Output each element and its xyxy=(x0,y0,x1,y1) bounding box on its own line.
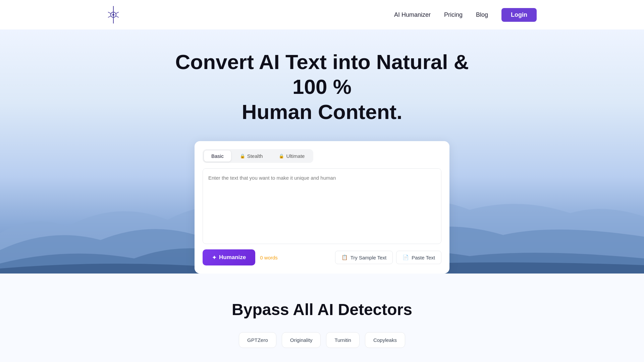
nav-item-ai-humanizer[interactable]: AI Humanizer xyxy=(394,11,431,18)
nav-item-blog[interactable]: Blog xyxy=(476,11,488,18)
nav-item-pricing[interactable]: Pricing xyxy=(444,11,463,18)
detector-card-3: Copyleaks xyxy=(365,332,405,348)
mode-tabs: Basic 🔒 Stealth 🔒 Ultimate xyxy=(203,149,313,163)
logo[interactable] xyxy=(107,6,119,23)
footer-left: ✦ Humanize 0 words xyxy=(203,249,278,265)
textarea-wrap xyxy=(203,168,441,244)
login-button[interactable]: Login xyxy=(501,8,537,22)
tab-basic[interactable]: Basic xyxy=(204,150,231,162)
hero-section: Convert AI Text into Natural & 100 % Hum… xyxy=(0,29,644,274)
tab-stealth[interactable]: 🔒 Stealth xyxy=(232,150,270,162)
svg-line-5 xyxy=(116,16,119,17)
lock-icon-stealth: 🔒 xyxy=(240,154,245,159)
humanize-textarea[interactable] xyxy=(203,169,441,242)
detector-card-0: GPTZero xyxy=(239,332,276,348)
humanize-button[interactable]: ✦ Humanize xyxy=(203,249,255,265)
navbar: AI Humanizer Pricing Blog Login xyxy=(0,0,644,29)
widget-footer: ✦ Humanize 0 words 📋 Try Sample Text 📄 P… xyxy=(203,249,441,265)
tab-ultimate-label: Ultimate xyxy=(286,153,305,159)
paste-text-button[interactable]: 📄 Paste Text xyxy=(396,251,441,264)
hero-title: Convert AI Text into Natural & 100 % Hum… xyxy=(171,50,473,124)
paste-icon: 📄 xyxy=(402,254,409,260)
detector-card-2: Turnitin xyxy=(326,332,359,348)
try-sample-button[interactable]: 📋 Try Sample Text xyxy=(335,251,393,264)
try-sample-label: Try Sample Text xyxy=(351,255,387,260)
tab-basic-label: Basic xyxy=(211,153,224,159)
bypass-title: Bypass All AI Detectors xyxy=(232,300,412,319)
sparkle-icon: ✦ xyxy=(212,254,216,261)
humanize-label: Humanize xyxy=(219,254,246,261)
word-count-display: 0 words xyxy=(260,255,278,260)
footer-right: 📋 Try Sample Text 📄 Paste Text xyxy=(335,251,441,264)
bypass-section: Bypass All AI Detectors GPTZero Original… xyxy=(0,274,644,362)
paste-text-label: Paste Text xyxy=(412,255,435,260)
detector-card-1: Originality xyxy=(282,332,321,348)
humanizer-widget: Basic 🔒 Stealth 🔒 Ultimate ✦ Humanize 0 xyxy=(195,141,449,274)
svg-line-2 xyxy=(108,12,111,13)
nav-links: AI Humanizer Pricing Blog Login xyxy=(394,8,537,22)
detector-cards: GPTZero Originality Turnitin Copyleaks xyxy=(239,332,405,348)
svg-line-4 xyxy=(116,12,119,13)
tab-ultimate[interactable]: 🔒 Ultimate xyxy=(271,150,312,162)
sample-icon: 📋 xyxy=(341,254,348,260)
svg-point-6 xyxy=(112,14,114,16)
svg-line-3 xyxy=(108,16,111,17)
tab-stealth-label: Stealth xyxy=(247,153,263,159)
lock-icon-ultimate: 🔒 xyxy=(279,154,284,159)
